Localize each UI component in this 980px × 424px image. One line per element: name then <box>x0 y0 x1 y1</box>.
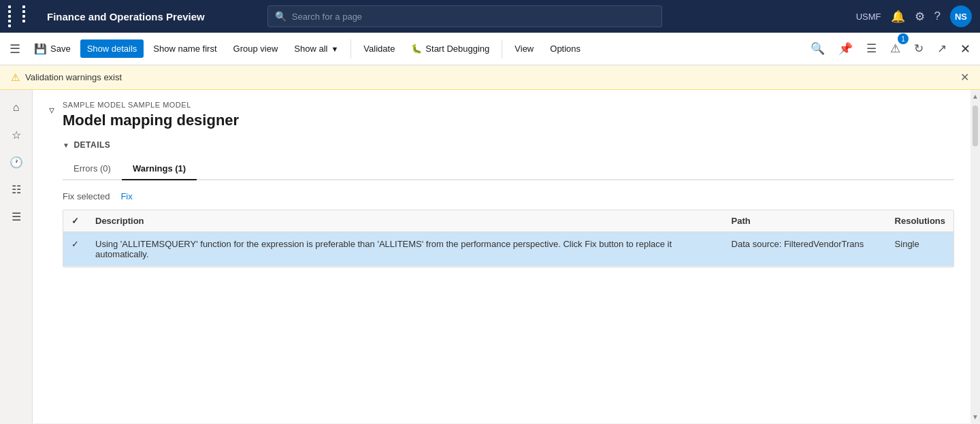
group-view-button[interactable]: Group view <box>227 39 285 58</box>
column-header-resolutions[interactable]: Resolutions <box>887 210 953 232</box>
table-header: ✓ Description Path Resolutions <box>63 210 953 232</box>
expand-button[interactable]: ☰ <box>862 37 881 60</box>
sidebar-recent-icon[interactable]: 🕐 <box>4 150 29 174</box>
open-new-button[interactable]: ↗ <box>933 37 951 60</box>
ribbon-right-actions: 🔍 📌 ☰ ⚠ 1 ↻ ↗ ✕ <box>806 37 975 61</box>
app-grid-menu[interactable] <box>8 5 35 27</box>
row-check-icon: ✓ <box>71 239 79 249</box>
section-label: DETAILS <box>74 140 110 150</box>
left-sidebar: ⌂ ☆ 🕐 ☷ ☰ <box>0 90 33 423</box>
fix-button[interactable]: Fix <box>120 191 132 201</box>
row-path-cell: Data source: FilteredVendorTrans <box>723 232 887 267</box>
warning-icon: ⚠ <box>11 71 20 84</box>
main-content: ▿ SAMPLE MODEL SAMPLE MODEL Model mappin… <box>33 90 970 423</box>
scroll-thumb[interactable] <box>973 105 978 146</box>
tab-errors[interactable]: Errors (0) <box>63 158 122 180</box>
scroll-up-arrow[interactable]: ▲ <box>969 90 980 103</box>
global-search[interactable]: 🔍 <box>267 5 662 27</box>
save-icon: 💾 <box>34 43 47 55</box>
refresh-button[interactable]: ↻ <box>910 37 928 60</box>
sidebar-home-icon[interactable]: ⌂ <box>4 95 29 120</box>
row-description-cell: Using 'ALLITEMSQUERY' function for the e… <box>87 232 723 267</box>
warnings-table: ✓ Description Path Resolutions <box>63 210 954 267</box>
save-button[interactable]: 💾 Save <box>27 39 78 59</box>
table-body: ✓ Using 'ALLITEMSQUERY' function for the… <box>63 232 953 267</box>
badge-count: 1 <box>898 33 909 44</box>
fix-selected-button: Fix selected <box>63 191 110 201</box>
sidebar-favorites-icon[interactable]: ☆ <box>4 123 29 147</box>
start-debugging-button[interactable]: 🐛 Start Debugging <box>404 39 496 58</box>
tab-warnings[interactable]: Warnings (1) <box>122 158 197 180</box>
show-name-first-button[interactable]: Show name first <box>146 39 223 58</box>
help-icon[interactable]: ? <box>934 10 941 23</box>
sidebar-modules-icon[interactable]: ☰ <box>4 204 29 229</box>
scroll-down-arrow[interactable]: ▼ <box>969 410 980 423</box>
row-resolutions-cell: Single <box>887 232 953 267</box>
section-collapse-icon: ▼ <box>63 142 69 149</box>
notif-badge-container: ⚠ 1 <box>886 37 904 60</box>
show-all-chevron-icon: ▼ <box>331 45 338 53</box>
debug-icon: 🐛 <box>411 44 422 54</box>
hamburger-menu-button[interactable]: ☰ <box>5 37 24 61</box>
ribbon: ☰ 💾 Save Show details Show name first Gr… <box>0 33 980 65</box>
notification-icon[interactable]: 🔔 <box>891 10 905 24</box>
close-button[interactable]: ✕ <box>956 37 975 61</box>
search-icon: 🔍 <box>275 11 287 22</box>
sidebar-workspaces-icon[interactable]: ☷ <box>4 177 29 201</box>
options-button[interactable]: Options <box>543 39 587 58</box>
settings-icon[interactable]: ⚙ <box>915 10 925 24</box>
warnings-table-element: ✓ Description Path Resolutions <box>63 210 953 267</box>
ribbon-divider <box>350 39 351 59</box>
body-layout: ⌂ ☆ 🕐 ☷ ☰ ▿ SAMPLE MODEL SAMPLE MODEL Mo… <box>0 90 980 423</box>
avatar[interactable]: NS <box>950 5 972 27</box>
column-header-path[interactable]: Path <box>723 210 887 232</box>
breadcrumb: SAMPLE MODEL SAMPLE MODEL <box>63 101 954 109</box>
details-section-header[interactable]: ▼ DETAILS <box>63 140 954 150</box>
right-scrollbar[interactable]: ▲ ▼ <box>970 90 980 423</box>
app-title: Finance and Operations Preview <box>47 11 205 22</box>
check-icon: ✓ <box>71 216 79 226</box>
page-title: Model mapping designer <box>63 112 954 129</box>
warning-bar: ⚠ Validation warnings exist ✕ <box>0 65 980 90</box>
ribbon-divider-2 <box>502 39 502 59</box>
top-navigation: Finance and Operations Preview 🔍 USMF 🔔 … <box>0 0 980 33</box>
filter-icon[interactable]: ▿ <box>49 103 54 116</box>
search-input[interactable] <box>292 12 655 22</box>
table-actions-row: Fix selected Fix <box>63 191 954 201</box>
show-details-button[interactable]: Show details <box>80 39 144 58</box>
warning-message: Validation warnings exist <box>25 72 122 82</box>
column-header-check: ✓ <box>63 210 87 232</box>
search-ribbon-button[interactable]: 🔍 <box>806 37 829 60</box>
column-header-description[interactable]: Description <box>87 210 723 232</box>
show-all-button[interactable]: Show all ▼ <box>287 39 345 58</box>
row-check-cell[interactable]: ✓ <box>63 232 87 267</box>
validate-button[interactable]: Validate <box>357 39 402 58</box>
pin-button[interactable]: 📌 <box>834 37 857 60</box>
user-label: USMF <box>856 12 881 22</box>
view-button[interactable]: View <box>508 39 540 58</box>
warning-close-button[interactable]: ✕ <box>960 71 969 84</box>
detail-tabs: Errors (0) Warnings (1) <box>63 158 954 180</box>
table-row[interactable]: ✓ Using 'ALLITEMSQUERY' function for the… <box>63 232 953 267</box>
topnav-right: USMF 🔔 ⚙ ? NS <box>856 5 972 27</box>
